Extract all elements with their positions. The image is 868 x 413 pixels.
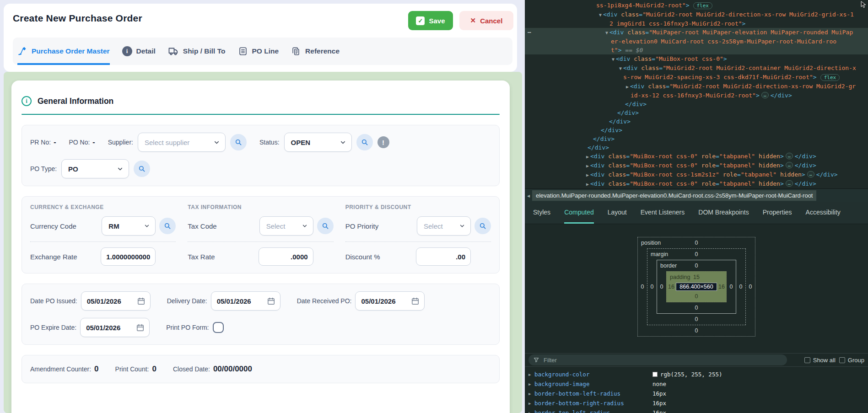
property-row[interactable]: ▶ border-bottom-right-radius 16px <box>525 398 868 408</box>
po-priority-select[interactable]: Select <box>417 216 471 236</box>
save-doc-check-icon: ✓ <box>416 16 425 25</box>
code-line[interactable]: </div> <box>525 108 868 117</box>
breadcrumb-item[interactable]: elevation.MuiPaper-rounded.MuiPaper-elev… <box>532 190 816 201</box>
status-search-button[interactable] <box>356 134 373 150</box>
code-line[interactable]: s-row MuiGrid2-spacing-xs-3 css-dkd71f-M… <box>525 73 868 82</box>
filter-input[interactable] <box>543 356 782 364</box>
elements-tree[interactable]: ss-1pi8xg4-MuiGrid2-root">flex▼<div clas… <box>525 0 868 188</box>
inline-expand-icon[interactable]: … <box>786 162 793 168</box>
show-all-checkbox[interactable]: Show all <box>804 357 836 364</box>
tax-code-search-button[interactable] <box>317 218 334 234</box>
po-type-select[interactable]: PO <box>61 159 129 178</box>
identity-box: PR No:- PO No:- Supplier: Select supplie… <box>22 125 500 186</box>
property-row[interactable]: ▶ background-image none <box>525 379 868 389</box>
code-line[interactable]: er-elevation0 MuiCard-root css-2s58ym-Mu… <box>525 37 868 46</box>
discount-input[interactable] <box>416 247 471 266</box>
po-type-value: PO <box>68 165 78 173</box>
code-line[interactable]: ▼<div class="MuiBox-root css-0"> <box>525 54 868 64</box>
tab-event-listeners[interactable]: Event Listeners <box>641 202 685 224</box>
property-row[interactable]: ▶ border-top-left-radius 16px <box>525 408 868 413</box>
code-line[interactable]: ▶<div class="MuiBox-root css-0" role="ta… <box>525 161 868 170</box>
code-line[interactable]: id-xs-12 css-16fnxy3-MuiGrid2-root">…</d… <box>525 91 868 100</box>
delivery-date-input[interactable]: 05/01/2026 <box>211 291 280 311</box>
currency-code-select[interactable]: RM <box>102 216 156 236</box>
checkbox-icon <box>804 357 810 363</box>
expand-arrow-icon: ▶ <box>528 392 534 396</box>
po-expire-input[interactable]: 05/01/2026 <box>80 318 150 337</box>
tab-computed[interactable]: Computed <box>564 202 594 224</box>
code-line[interactable]: ▶<div class="MuiBox-root css-0" role="ta… <box>525 152 868 161</box>
group-checkbox[interactable]: Group <box>839 357 864 364</box>
date-received-input[interactable]: 05/01/2026 <box>355 291 425 311</box>
print-po-form-checkbox[interactable] <box>213 322 224 333</box>
tab-detail[interactable]: i Detail <box>122 38 156 65</box>
computed-filter-bar: Show all Group <box>525 353 868 367</box>
financial-box: CURRENCY & EXCHANGE Currency Code RM <box>22 196 500 274</box>
flex-badge[interactable]: flex <box>693 2 713 9</box>
inline-expand-icon[interactable]: … <box>807 171 814 177</box>
tab-ship-bill-to[interactable]: Ship / Bill To <box>168 38 226 65</box>
property-row[interactable]: ▶ border-bottom-left-radius 16px <box>525 389 868 398</box>
code-line[interactable]: ⋯▼<div class="MuiPaper-root MuiPaper-ele… <box>525 28 868 37</box>
box-model-padding[interactable]: padding 15 16 16 0 866.400×560 <box>666 271 727 302</box>
code-line[interactable]: ▶<div class="MuiGrid2-root MuiGrid2-dire… <box>525 82 868 91</box>
computed-properties-list: ▶ background-color rgb(255, 255, 255) ▶ … <box>525 370 868 413</box>
inline-expand-icon[interactable]: … <box>786 153 793 159</box>
tax-code-select[interactable]: Select <box>259 216 313 236</box>
box-model-position[interactable]: position 0 0 0 0 margin 0 0 0 0 border 0… <box>637 237 755 337</box>
screen: Create New Purchase Order ✓ Save ✕ Cance… <box>0 0 868 413</box>
code-line[interactable]: ▶<div class="MuiBox-root css-1sm2s1z" ro… <box>525 170 868 179</box>
tab-po-line[interactable]: PO Line <box>238 38 279 65</box>
checkbox-icon <box>839 357 845 363</box>
breadcrumb-left-icon[interactable]: ◂ <box>525 193 532 199</box>
code-line[interactable]: </div> <box>525 143 868 152</box>
tab-styles[interactable]: Styles <box>533 202 550 224</box>
cancel-button[interactable]: ✕ Cancel <box>459 11 513 30</box>
supplier-search-button[interactable] <box>230 134 247 150</box>
code-line[interactable]: </div> <box>525 134 868 143</box>
code-line[interactable]: ▼<div class="MuiGrid2-root MuiGrid2-cont… <box>525 64 868 73</box>
code-line[interactable]: </div> <box>525 100 868 108</box>
code-line[interactable]: ▼<div class="MuiGrid2-root MuiGrid2-dire… <box>525 10 868 19</box>
po-expire-field: PO Expire Date: 05/01/2026 <box>30 318 150 337</box>
more-actions-icon[interactable]: ⋯ <box>528 28 532 37</box>
tax-rate-input[interactable] <box>259 247 313 266</box>
flex-badge[interactable]: flex <box>820 74 840 81</box>
currency-search-button[interactable] <box>159 218 176 234</box>
tab-purchase-order-master[interactable]: Purchase Order Master <box>17 38 110 65</box>
search-icon <box>138 165 146 173</box>
calendar-icon <box>136 323 145 332</box>
tab-layout[interactable]: Layout <box>608 202 627 224</box>
tab-accessibility[interactable]: Accessibility <box>806 202 841 224</box>
devtools-tab-bar: Styles Computed Layout Event Listeners D… <box>525 202 868 224</box>
supplier-select[interactable]: Select supplier <box>138 133 226 152</box>
date-po-issued-input[interactable]: 05/01/2026 <box>81 291 151 311</box>
code-line[interactable]: </div> <box>525 126 868 134</box>
po-type-search-button[interactable] <box>134 161 150 177</box>
code-line[interactable]: t"> == $0 <box>525 46 868 54</box>
property-row[interactable]: ▶ background-color rgb(255, 255, 255) <box>525 370 868 379</box>
box-model-content[interactable]: 866.400×560 <box>676 283 717 291</box>
tab-properties[interactable]: Properties <box>763 202 792 224</box>
inline-expand-icon[interactable]: … <box>786 180 793 187</box>
box-model-border[interactable]: border 0 0 0 0 padding 15 16 16 0 866.40… <box>657 260 736 314</box>
box-model-margin[interactable]: margin 0 0 0 0 border 0 0 0 0 padding 15 <box>647 248 746 325</box>
save-button[interactable]: ✓ Save <box>408 11 453 30</box>
supplier-field: Supplier: Select supplier <box>108 133 247 152</box>
po-priority-search-button[interactable] <box>474 218 491 234</box>
page-title: Create New Purchase Order <box>13 13 142 24</box>
tab-dom-breakpoints[interactable]: DOM Breakpoints <box>698 202 749 224</box>
status-select[interactable]: OPEN <box>284 133 352 152</box>
code-line[interactable]: ss-1pi8xg4-MuiGrid2-root">flex <box>525 1 868 10</box>
exchange-rate-input[interactable] <box>101 247 156 266</box>
po-no-value: - <box>92 138 95 146</box>
search-icon <box>321 222 329 230</box>
status-field: Status: OPEN ! <box>259 133 389 152</box>
currency-code-value: RM <box>108 222 119 230</box>
code-line[interactable]: ▶<div class="MuiBox-root css-0" role="ta… <box>525 179 868 188</box>
tab-bar: Purchase Order Master i Detail Ship / Bi… <box>13 38 512 65</box>
code-line[interactable]: 2 imgGird1 css-16fnxy3-MuiGrid2-root"> <box>525 19 868 28</box>
code-line[interactable]: </div> <box>525 117 868 126</box>
tab-reference[interactable]: Reference <box>291 38 340 65</box>
inline-expand-icon[interactable]: … <box>761 92 769 98</box>
